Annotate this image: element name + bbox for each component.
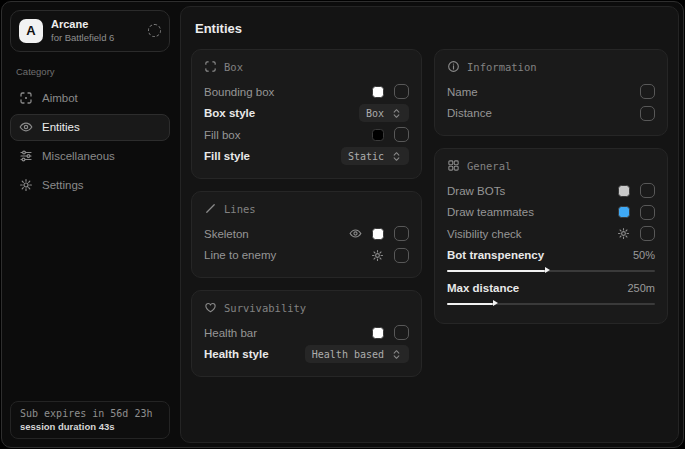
- gear-icon[interactable]: [371, 249, 384, 262]
- crosshair-icon: [19, 91, 33, 105]
- row-draw-teammates: Draw teammates: [447, 202, 655, 224]
- chevron-updown-icon: [391, 151, 402, 162]
- distance-checkbox[interactable]: [640, 106, 655, 121]
- grid-icon: [447, 159, 460, 172]
- row-line-to-enemy: Line to enemy: [204, 245, 409, 267]
- health-bar-checkbox[interactable]: [394, 325, 409, 340]
- info-icon: [447, 60, 460, 73]
- row-health-bar: Health bar: [204, 322, 409, 344]
- row-label: Line to enemy: [204, 249, 276, 261]
- brackets-icon: [204, 60, 217, 73]
- sidebar-item-entities[interactable]: Entities: [10, 114, 170, 141]
- app-subtitle: for Battlefield 6: [51, 32, 140, 44]
- box-style-dropdown[interactable]: Box: [359, 104, 409, 122]
- dropdown-value: Box: [366, 108, 384, 119]
- app-window: A Arcane for Battlefield 6 Category Aimb…: [1, 1, 684, 448]
- subscription-info-card: Sub expires in 56d 23h session duration …: [10, 401, 170, 439]
- row-label: Skeleton: [204, 228, 249, 240]
- section-survivability: Survivability Health bar Health style He…: [191, 290, 422, 377]
- fill-style-dropdown[interactable]: Static: [341, 147, 409, 165]
- row-box-style: Box style Box: [204, 103, 409, 125]
- visibility-check-checkbox[interactable]: [640, 226, 655, 241]
- dropdown-value: Health based: [312, 349, 384, 360]
- color-swatch[interactable]: [372, 86, 384, 98]
- fill-box-checkbox[interactable]: [394, 127, 409, 142]
- row-label: Health style: [204, 348, 269, 360]
- main-panel: Entities Box Bounding box: [180, 6, 679, 443]
- draw-bots-checkbox[interactable]: [640, 183, 655, 198]
- color-swatch[interactable]: [372, 129, 384, 141]
- row-label: Bot transpenency: [447, 249, 544, 261]
- page-title: Entities: [195, 21, 668, 36]
- heart-icon: [204, 301, 217, 314]
- eye-icon[interactable]: [349, 227, 362, 240]
- row-label: Draw BOTs: [447, 185, 505, 197]
- row-label: Visibility check: [447, 228, 522, 240]
- row-fill-box: Fill box: [204, 124, 409, 146]
- sync-status-icon: [148, 24, 161, 37]
- gear-icon: [19, 178, 33, 192]
- section-title: Information: [467, 61, 537, 73]
- row-draw-bots: Draw BOTs: [447, 180, 655, 202]
- row-label: Fill style: [204, 150, 250, 162]
- app-title: Arcane: [51, 18, 140, 32]
- section-title: General: [467, 160, 511, 172]
- section-lines: Lines Skeleton Line to enemy: [191, 191, 422, 278]
- row-label: Health bar: [204, 327, 257, 339]
- row-label: Draw teammates: [447, 206, 534, 218]
- line-to-enemy-checkbox[interactable]: [394, 248, 409, 263]
- sidebar-item-label: Entities: [42, 121, 80, 133]
- row-fill-style: Fill style Static: [204, 146, 409, 168]
- slider-value: 50%: [633, 249, 655, 261]
- slider-handle[interactable]: [545, 267, 550, 273]
- section-title: Survivability: [224, 302, 306, 314]
- color-swatch[interactable]: [372, 228, 384, 240]
- sidebar-item-label: Miscellaneous: [42, 150, 115, 162]
- section-general: General Draw BOTs Draw teammates: [434, 148, 668, 324]
- avatar: A: [19, 19, 43, 43]
- row-visibility-check: Visibility check: [447, 223, 655, 245]
- sidebar-item-miscellaneous[interactable]: Miscellaneous: [10, 143, 170, 170]
- row-bounding-box: Bounding box: [204, 81, 409, 103]
- color-swatch[interactable]: [372, 327, 384, 339]
- slider-handle[interactable]: [493, 300, 498, 306]
- sidebar-item-aimbot[interactable]: Aimbot: [10, 85, 170, 112]
- bounding-box-checkbox[interactable]: [394, 84, 409, 99]
- row-label: Distance: [447, 107, 492, 119]
- row-label: Bounding box: [204, 86, 274, 98]
- row-label: Box style: [204, 107, 255, 119]
- gear-icon[interactable]: [617, 227, 630, 240]
- max-distance-slider-group: Max distance 250m: [447, 279, 655, 305]
- row-label: Max distance: [447, 282, 519, 294]
- max-distance-slider[interactable]: [447, 303, 655, 305]
- eye-icon: [19, 120, 33, 134]
- row-name: Name: [447, 81, 655, 103]
- sidebar: A Arcane for Battlefield 6 Category Aimb…: [2, 2, 178, 447]
- dropdown-value: Static: [348, 151, 384, 162]
- row-health-style: Health style Health based: [204, 344, 409, 366]
- section-title: Box: [224, 61, 243, 73]
- user-card[interactable]: A Arcane for Battlefield 6: [10, 10, 170, 52]
- section-title: Lines: [224, 203, 256, 215]
- chevron-updown-icon: [391, 349, 402, 360]
- row-label: Fill box: [204, 129, 240, 141]
- sidebar-item-settings[interactable]: Settings: [10, 172, 170, 199]
- category-label: Category: [16, 66, 170, 77]
- bot-transparency-slider[interactable]: [447, 270, 655, 272]
- slider-value: 250m: [627, 282, 655, 294]
- session-duration-text: session duration 43s: [20, 421, 160, 432]
- name-checkbox[interactable]: [640, 84, 655, 99]
- section-information: Information Name Distance: [434, 49, 668, 136]
- sub-expiry-text: Sub expires in 56d 23h: [20, 408, 160, 419]
- section-box: Box Bounding box Box style Box: [191, 49, 422, 179]
- health-style-dropdown[interactable]: Health based: [305, 345, 409, 363]
- line-icon: [204, 202, 217, 215]
- sliders-icon: [19, 149, 33, 163]
- draw-teammates-checkbox[interactable]: [640, 205, 655, 220]
- bot-transparency-slider-group: Bot transpenency 50%: [447, 246, 655, 272]
- row-distance: Distance: [447, 103, 655, 125]
- row-skeleton: Skeleton: [204, 223, 409, 245]
- skeleton-checkbox[interactable]: [394, 226, 409, 241]
- color-swatch[interactable]: [618, 206, 630, 218]
- color-swatch[interactable]: [618, 185, 630, 197]
